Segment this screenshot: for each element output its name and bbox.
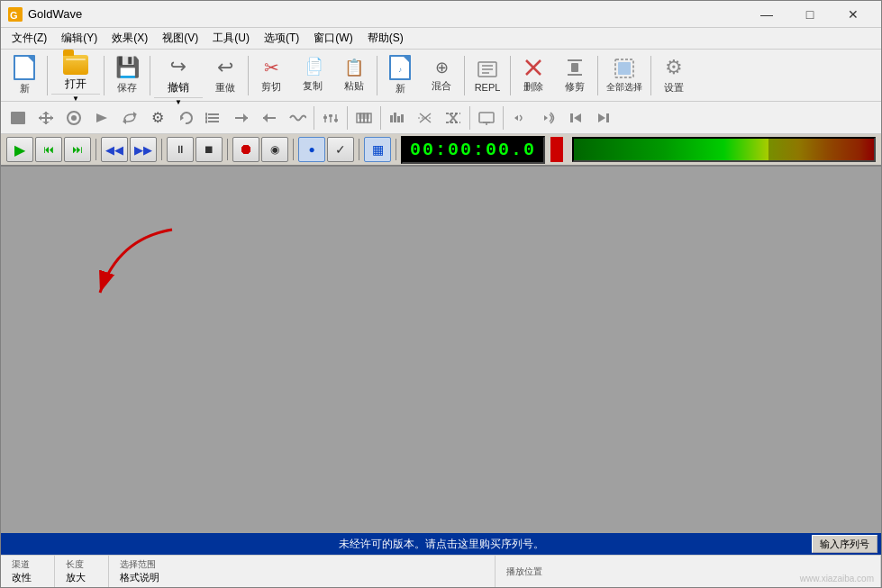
tb2-xmarks[interactable] — [440, 104, 467, 131]
check-toggle[interactable]: ✓ — [327, 137, 354, 162]
tb2-fwd[interactable] — [88, 104, 115, 131]
record-button[interactable]: ⏺ — [232, 137, 259, 162]
repl-button[interactable]: REPL — [468, 52, 507, 99]
menu-view[interactable]: 视图(V) — [155, 29, 205, 49]
new-audio-button[interactable]: ♪ 新 — [380, 52, 420, 99]
menu-help[interactable]: 帮助(S) — [360, 29, 411, 49]
status-bar[interactable]: 未经许可的版本。请点击这里购买序列号。 输入序列号 — [1, 533, 881, 555]
rewind-button[interactable]: ◀◀ — [101, 137, 128, 162]
svg-marker-33 — [243, 113, 248, 122]
menu-effects[interactable]: 效果(X) — [105, 29, 155, 49]
tb2-circle[interactable] — [60, 104, 87, 131]
open-button[interactable]: 打开 ▼ — [50, 52, 101, 99]
tb2-loop[interactable] — [116, 104, 143, 131]
selall-button[interactable]: 全部选择 — [601, 52, 648, 99]
delete-button[interactable]: 删除 — [514, 52, 553, 99]
svg-marker-18 — [39, 115, 41, 121]
tb2-skip-back[interactable] — [562, 104, 589, 131]
paste-icon: 📋 — [344, 58, 364, 77]
svg-marker-19 — [50, 115, 53, 121]
tb2-gear[interactable]: ⚙ — [144, 104, 171, 131]
undo-button[interactable]: ↩ 撤销 ▼ — [153, 52, 204, 99]
cut-button[interactable]: ✂ 剪切 — [251, 52, 291, 99]
tb2-piano[interactable] — [350, 104, 377, 131]
maximize-button[interactable]: □ — [789, 1, 831, 28]
tb2-scissors[interactable] — [412, 104, 439, 131]
separator — [503, 106, 504, 130]
serial-input-button[interactable]: 输入序列号 — [812, 535, 877, 553]
tb2-left[interactable] — [256, 104, 283, 131]
save-button[interactable]: 💾 保存 — [107, 52, 147, 99]
trim-button[interactable]: 修剪 — [555, 52, 595, 99]
separator — [150, 56, 150, 95]
fast-forward-button[interactable]: ▶▶ — [130, 137, 157, 162]
paste-button[interactable]: 📋 粘贴 — [334, 52, 374, 99]
svg-rect-40 — [329, 114, 332, 117]
transport-bar: ▶ ⏮ ⏭ ◀◀ ▶▶ ⏸ ⏹ ⏺ ◉ ● ✓ ▦ 00:00:00.0 — [1, 134, 881, 167]
channel-cell: 渠道 改性 — [1, 556, 55, 587]
menu-window[interactable]: 窗口(W) — [306, 29, 359, 49]
pause-button[interactable]: ⏸ — [167, 137, 194, 162]
time-value: 00:00:00.0 — [410, 140, 536, 160]
tb2-vol-up[interactable] — [534, 104, 561, 131]
svg-marker-66 — [574, 113, 581, 122]
channel-value: 改性 — [12, 571, 43, 584]
svg-rect-31 — [205, 120, 207, 123]
svg-rect-67 — [570, 113, 573, 122]
minimize-button[interactable]: — — [746, 1, 787, 28]
play-button[interactable]: ▶ — [6, 137, 33, 162]
tb2-move[interactable] — [32, 104, 59, 131]
main-content — [1, 167, 881, 533]
separator — [380, 106, 381, 130]
new-audio-label: 新 — [396, 82, 405, 95]
separator — [293, 139, 294, 160]
separator — [248, 56, 249, 95]
mix-button[interactable]: ⊕ 混合 — [422, 52, 461, 99]
menu-options[interactable]: 选项(T) — [257, 29, 306, 49]
separator — [161, 139, 162, 160]
skip-fwd-icon — [595, 110, 613, 126]
settings-label: 设置 — [664, 81, 684, 95]
menu-tools[interactable]: 工具(U) — [205, 29, 257, 49]
tb2-skip-fwd[interactable] — [590, 104, 617, 131]
tb2-right[interactable] — [228, 104, 255, 131]
tb2-monitor[interactable] — [473, 104, 500, 131]
copy-button[interactable]: 📄 📄 复制 — [293, 52, 332, 99]
undo-dropdown-arrow[interactable]: ▼ — [154, 97, 203, 106]
status-message[interactable]: 未经许可的版本。请点击这里购买序列号。 — [339, 537, 544, 552]
svg-rect-41 — [334, 119, 338, 122]
goto-end-button[interactable]: ⏭ — [64, 137, 91, 162]
close-button[interactable]: ✕ — [832, 1, 874, 28]
loop-toggle[interactable]: ● — [298, 137, 325, 162]
goto-start-button[interactable]: ⏮ — [35, 137, 62, 162]
svg-marker-63 — [514, 115, 518, 121]
app-title: GoldWave — [28, 7, 746, 21]
selection-value: 格式说明 — [120, 571, 484, 584]
redo-button[interactable]: ↩ 重做 — [205, 52, 245, 99]
arrow-left-icon — [260, 110, 278, 126]
tb2-refresh[interactable] — [172, 104, 199, 131]
settings-icon: ⚙ — [665, 56, 683, 79]
tb2-vol-down[interactable] — [506, 104, 533, 131]
undo-label: 撤销 — [168, 80, 189, 95]
tb2-stop[interactable] — [5, 104, 32, 131]
repl-icon — [477, 59, 498, 80]
app-window: G GoldWave — □ ✕ 文件(Z) 编辑(Y) 效果(X) 视图(V)… — [0, 0, 882, 588]
bottom-bar: 渠道 改性 长度 放大 选择范围 格式说明 播放位置 www.xiazaiba.… — [1, 555, 881, 587]
tb2-spectrum[interactable] — [384, 104, 411, 131]
display-mode-button[interactable]: ▦ — [364, 137, 391, 162]
tb2-sliders[interactable] — [317, 104, 344, 131]
time-indicator — [550, 137, 563, 162]
separator — [597, 56, 598, 95]
menu-edit[interactable]: 编辑(Y) — [54, 29, 105, 49]
new-button[interactable]: 新 — [5, 52, 44, 99]
menu-file[interactable]: 文件(Z) — [5, 29, 54, 49]
settings-button[interactable]: ⚙ 设置 — [654, 52, 694, 99]
open-dropdown-arrow[interactable]: ▼ — [51, 94, 100, 103]
selection-cell: 选择范围 格式说明 — [109, 556, 496, 587]
tb2-list[interactable] — [200, 104, 227, 131]
tb2-waves[interactable] — [284, 104, 311, 131]
vol-up-icon — [539, 110, 557, 126]
stop-button[interactable]: ⏹ — [195, 137, 223, 162]
record-monitor-button[interactable]: ◉ — [261, 137, 288, 162]
